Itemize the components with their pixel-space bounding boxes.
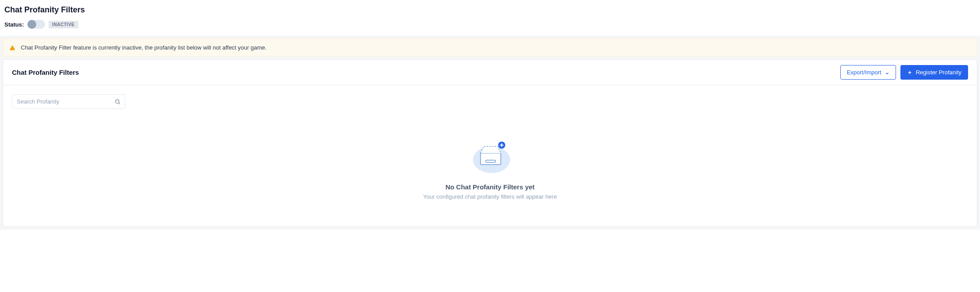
status-label: Status: [4,21,24,28]
content-wrapper: Chat Profanity Filter feature is current… [0,36,980,230]
filters-panel: Chat Profanity Filters Export/Import Reg… [3,59,977,227]
page-header: Chat Profanity Filters Status: INACTIVE [0,0,980,36]
alert-text: Chat Profanity Filter feature is current… [21,44,267,51]
panel-actions: Export/Import Register Profanity [840,65,968,80]
register-profanity-label: Register Profanity [916,69,961,76]
chevron-down-icon [885,70,889,75]
status-row: Status: INACTIVE [4,20,976,29]
panel-header: Chat Profanity Filters Export/Import Reg… [3,60,977,85]
svg-rect-6 [486,160,496,162]
status-badge: INACTIVE [49,21,78,28]
inactive-alert: Chat Profanity Filter feature is current… [3,38,977,57]
search-box [12,94,125,109]
empty-state-title: No Chat Profanity Filters yet [446,183,535,191]
empty-state-subtitle: Your configured chat profanity filters w… [423,193,557,200]
search-input[interactable] [12,94,125,109]
status-toggle-knob [27,20,36,29]
svg-rect-5 [480,153,501,165]
export-import-button[interactable]: Export/Import [840,65,896,80]
empty-state: No Chat Profanity Filters yet Your confi… [12,109,968,218]
export-import-label: Export/Import [847,69,881,76]
warning-icon [9,45,15,51]
status-toggle[interactable] [27,20,45,29]
plus-icon [907,70,912,75]
empty-state-illustration [464,135,517,175]
page-title: Chat Profanity Filters [4,5,976,15]
register-profanity-button[interactable]: Register Profanity [900,65,968,80]
panel-title: Chat Profanity Filters [12,69,79,76]
panel-body: No Chat Profanity Filters yet Your confi… [3,85,977,227]
